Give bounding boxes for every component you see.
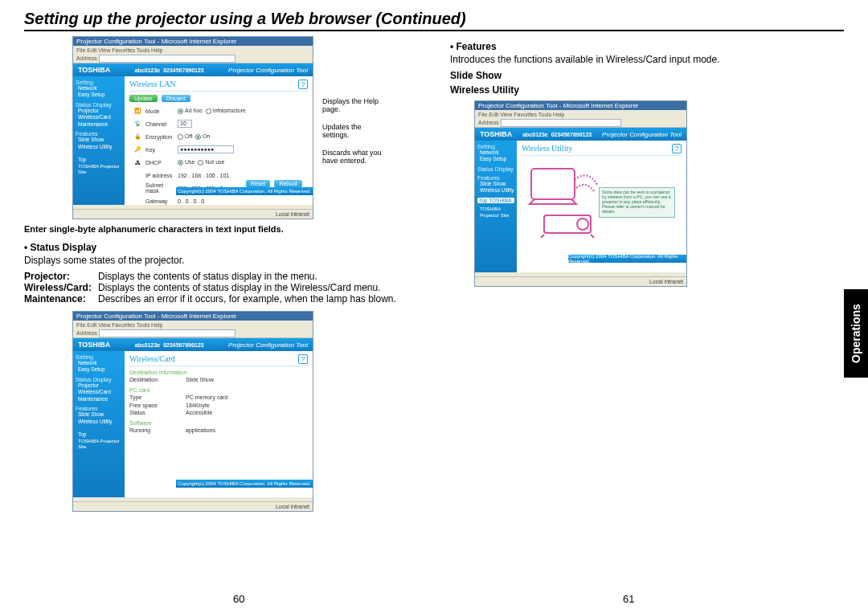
brand-bar: TOSHIBA abc0123e 0234567890123 Projector… <box>73 338 313 351</box>
status-bar: Local intranet <box>73 501 313 511</box>
update-button[interactable]: Update <box>129 95 158 102</box>
reset-button[interactable]: Reset <box>246 180 270 187</box>
pane-title: Wireless/Card <box>129 354 175 364</box>
annotation-help: Displays the Help page. <box>322 98 387 114</box>
left-column: Projector Configuration Tool - Microsoft… <box>24 36 434 512</box>
title-rule <box>24 30 844 31</box>
right-column: • Features Introduces the functions avai… <box>434 36 844 512</box>
illustration: Since data can be sent to a projector by… <box>522 159 682 246</box>
pane-title: Wireless LAN <box>129 80 176 89</box>
page-number-left: 60 <box>233 593 244 605</box>
ie-menu: File Edit View Favorites Tools Help <box>76 322 309 328</box>
svg-point-1 <box>577 219 588 230</box>
features-body: Introduces the functions available in Wi… <box>450 54 844 65</box>
note-box: Since data can be sent to a projector by… <box>599 187 675 218</box>
page-title: Setting up the projector using a Web bro… <box>0 0 868 28</box>
features-head: • Features <box>450 41 844 52</box>
definition-table: Projector:Displays the contents of statu… <box>24 271 418 304</box>
status-display-head: • Status Display <box>24 242 418 253</box>
main-pane: Wireless Utility? <box>517 141 686 272</box>
status-display-body: Displays some states of the projector. <box>24 255 418 266</box>
reboot-button[interactable]: Reboot <box>274 180 302 187</box>
ie-address-row: Address <box>76 55 309 63</box>
ie-menu: File Edit View Favorites Tools Help <box>76 47 309 53</box>
status-bar: Local intranet <box>73 209 313 219</box>
laptop-projector-icon <box>528 166 599 239</box>
side-nav: SettingNetworkEasy Setup Status Display … <box>475 141 517 272</box>
slide-show-label: Slide Show <box>450 70 844 81</box>
screenshot-wireless-card: Projector Configuration Tool - Microsoft… <box>72 311 313 512</box>
screenshot-wireless-utility: Projector Configuration Tool - Microsoft… <box>474 100 687 287</box>
annotation-discard: Discards what you have entered. <box>322 149 387 166</box>
help-icon[interactable]: ? <box>672 144 682 153</box>
pane-title: Wireless Utility <box>522 144 572 153</box>
copyright-bar: Copyright(c) 2004 TOSHIBA Corporation. A… <box>176 187 313 195</box>
window-title: Projector Configuration Tool - Microsoft… <box>475 101 686 110</box>
side-nav: SettingNetworkEasy Setup Status DisplayP… <box>73 351 125 497</box>
section-label: Software <box>129 420 308 426</box>
annotation-update: Updates the settings. <box>322 124 387 140</box>
ie-menu: File Edit View Favorites Tools Help <box>478 112 683 117</box>
ie-toolbar: File Edit View Favorites Tools Help Addr… <box>475 110 686 128</box>
window-title: Projector Configuration Tool - Microsoft… <box>73 37 313 46</box>
copyright-bar: Copyright(c) 2004 TOSHIBA Corporation. A… <box>568 255 686 263</box>
brand-bar: TOSHIBA abc0123e 0234567890123 Projector… <box>73 63 313 76</box>
ie-toolbar: File Edit View Favorites Tools Help Addr… <box>73 46 313 63</box>
window-title: Projector Configuration Tool - Microsoft… <box>73 312 313 321</box>
nav-selected: Top TOSHIBA <box>477 198 514 203</box>
help-icon[interactable]: ? <box>298 80 308 89</box>
discard-button[interactable]: Discard <box>162 95 190 102</box>
brand-bar: TOSHIBA abc0123e 0234567890123 Projector… <box>475 128 686 141</box>
wireless-utility-label: Wireless Utility <box>450 84 844 96</box>
app-title: Projector Configuration Tool <box>228 67 308 74</box>
ie-toolbar: File Edit View Favorites Tools Help Addr… <box>73 321 313 338</box>
section-label: Destination information <box>129 370 308 375</box>
input-note: Enter single-byte alphanumeric character… <box>24 224 418 234</box>
main-pane: Wireless LAN? Update Discard 📶ModeAd hoc… <box>125 76 313 205</box>
screenshot-wireless-lan: Projector Configuration Tool - Microsoft… <box>72 36 313 219</box>
section-label: PC card <box>129 387 308 393</box>
main-pane: Wireless/Card? Destination information D… <box>125 351 313 497</box>
help-icon[interactable]: ? <box>298 354 308 364</box>
copyright-bar: Copyright(c) 2004 TOSHIBA Corporation. A… <box>176 480 313 488</box>
side-nav: SettingNetworkEasy Setup Status DisplayP… <box>73 76 125 205</box>
page-number-right: 61 <box>623 593 634 605</box>
brand-text: TOSHIBA <box>78 66 110 74</box>
status-bar: Local intranet <box>475 276 686 286</box>
side-tab-operations: Operations <box>844 289 868 378</box>
